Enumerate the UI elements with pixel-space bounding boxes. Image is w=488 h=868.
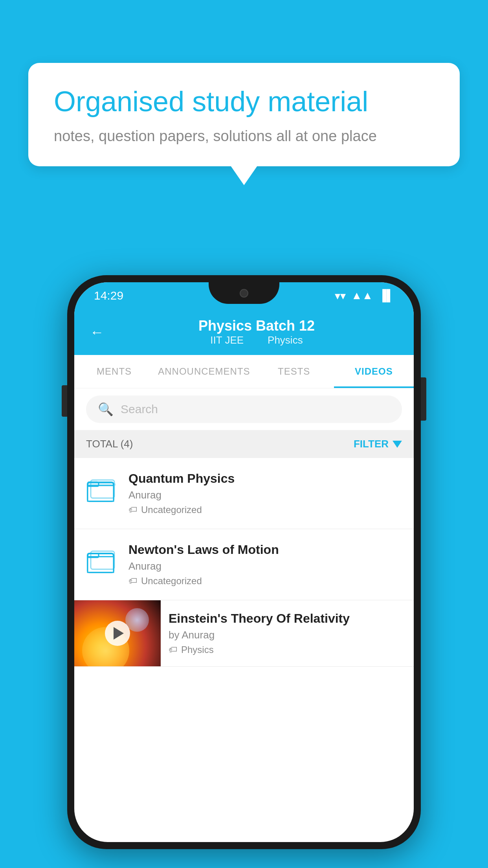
tag-label: Uncategorized (141, 576, 202, 587)
signal-icon: ▲▲ (351, 289, 373, 302)
header-tag1: IIT JEE (210, 334, 244, 346)
video-list-item[interactable]: Einstein's Theory Of Relativity by Anura… (74, 600, 414, 667)
item-tag: 🏷 Uncategorized (128, 504, 402, 515)
video-thumbnail (74, 600, 161, 666)
tag-label: Uncategorized (141, 504, 202, 515)
folder-icon (86, 474, 117, 505)
total-label: TOTAL (4) (86, 438, 133, 450)
tag-icon: 🏷 (128, 505, 137, 515)
wifi-icon: ▾▾ (335, 289, 346, 302)
tag-icon: 🏷 (169, 645, 177, 655)
tab-tests[interactable]: TESTS (254, 355, 334, 388)
header-tag-sep (253, 334, 258, 346)
svg-rect-6 (88, 554, 99, 557)
back-button[interactable]: ← (90, 324, 104, 340)
tab-videos[interactable]: VIDEOS (334, 355, 414, 388)
tab-announcements[interactable]: ANNOUNCEMENTS (154, 355, 254, 388)
video-info: Einstein's Theory Of Relativity by Anura… (161, 600, 414, 666)
filter-icon (393, 441, 402, 448)
folder-icon (86, 545, 117, 576)
search-placeholder: Search (121, 403, 158, 416)
speech-bubble: Organised study material notes, question… (28, 63, 460, 166)
phone-screen: 14:29 ▾▾ ▲▲ ▐▌ ← Physics Batch 12 IIT JE… (74, 282, 414, 842)
status-time: 14:29 (94, 289, 123, 302)
bubble-title: Organised study material (54, 85, 434, 118)
list-item[interactable]: Newton's Laws of Motion Anurag 🏷 Uncateg… (74, 529, 414, 600)
battery-icon: ▐▌ (378, 289, 394, 302)
list-item[interactable]: Quantum Physics Anurag 🏷 Uncategorized (74, 458, 414, 529)
tab-ments[interactable]: MENTS (74, 355, 154, 388)
item-author: Anurag (128, 560, 402, 572)
video-title: Einstein's Theory Of Relativity (169, 611, 406, 626)
item-author: Anurag (128, 489, 402, 501)
bubble-subtitle: notes, question papers, solutions all at… (54, 128, 434, 145)
play-icon (114, 627, 124, 640)
item-title: Quantum Physics (128, 471, 402, 486)
header-tag2: Physics (268, 334, 303, 346)
status-bar: 14:29 ▾▾ ▲▲ ▐▌ (74, 282, 414, 309)
video-author: by Anurag (169, 629, 406, 641)
camera-dot (240, 289, 248, 298)
search-bar[interactable]: 🔍 Search (86, 395, 402, 423)
phone-shell: 14:29 ▾▾ ▲▲ ▐▌ ← Physics Batch 12 IIT JE… (67, 275, 421, 849)
svg-rect-1 (88, 485, 114, 501)
svg-rect-5 (88, 557, 114, 572)
app-header: ← Physics Batch 12 IIT JEE Physics (74, 309, 414, 355)
tag-icon: 🏷 (128, 576, 137, 586)
header-title: Physics Batch 12 (115, 318, 398, 334)
play-button[interactable] (105, 621, 130, 646)
search-icon: 🔍 (98, 402, 114, 417)
item-title: Newton's Laws of Motion (128, 542, 402, 557)
video-tag: 🏷 Physics (169, 644, 406, 655)
search-container: 🔍 Search (74, 388, 414, 430)
item-tag: 🏷 Uncategorized (128, 576, 402, 587)
item-info: Newton's Laws of Motion Anurag 🏷 Uncateg… (128, 542, 402, 587)
header-subtitle: IIT JEE Physics (115, 334, 398, 346)
filter-label: FILTER (354, 438, 389, 450)
header-center: Physics Batch 12 IIT JEE Physics (115, 318, 398, 346)
status-icons: ▾▾ ▲▲ ▐▌ (335, 289, 394, 302)
item-info: Quantum Physics Anurag 🏷 Uncategorized (128, 471, 402, 515)
filter-bar: TOTAL (4) FILTER (74, 430, 414, 458)
tag-label: Physics (181, 644, 214, 655)
tabs-bar: MENTS ANNOUNCEMENTS TESTS VIDEOS (74, 355, 414, 388)
filter-button[interactable]: FILTER (354, 438, 402, 450)
notch (209, 282, 279, 304)
